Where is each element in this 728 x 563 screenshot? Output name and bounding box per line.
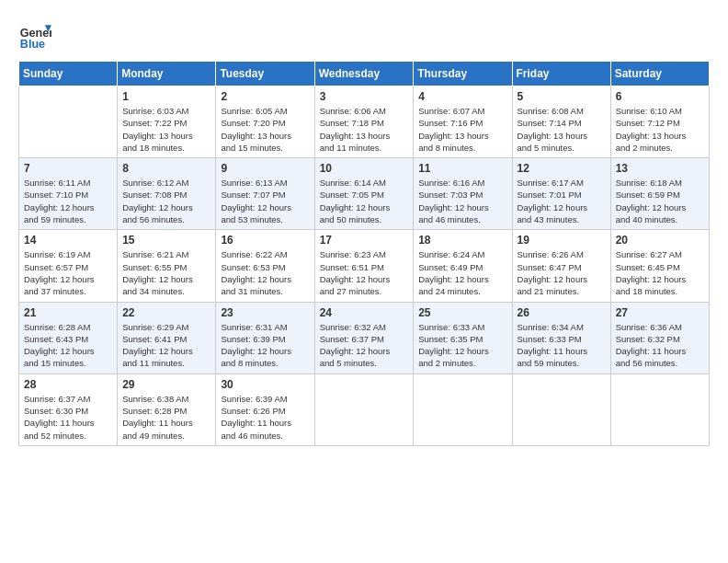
logo-icon: General Blue [18,18,51,52]
calendar-cell: 16Sunrise: 6:22 AMSunset: 6:53 PMDayligh… [216,230,314,302]
day-number: 9 [221,162,309,175]
calendar-cell: 23Sunrise: 6:31 AMSunset: 6:39 PMDayligh… [216,302,314,373]
calendar-cell: 3Sunrise: 6:06 AMSunset: 7:18 PMDaylight… [314,86,414,158]
day-number: 21 [24,306,112,319]
day-number: 15 [122,234,210,247]
day-number: 26 [518,306,606,319]
day-number: 23 [221,306,309,319]
calendar-cell: 29Sunrise: 6:38 AMSunset: 6:28 PMDayligh… [118,373,216,445]
day-info: Sunrise: 6:36 AMSunset: 6:32 PMDaylight:… [616,321,704,370]
day-number: 14 [24,234,112,247]
calendar-cell: 2Sunrise: 6:05 AMSunset: 7:20 PMDaylight… [216,86,314,158]
calendar-cell [314,373,414,445]
day-info: Sunrise: 6:12 AMSunset: 7:08 PMDaylight:… [122,177,210,225]
calendar-cell [414,373,512,445]
calendar-cell: 15Sunrise: 6:21 AMSunset: 6:55 PMDayligh… [118,230,216,302]
day-number: 11 [418,162,506,175]
day-number: 2 [221,90,309,103]
day-number: 22 [122,306,210,319]
calendar-cell [512,373,610,445]
day-info: Sunrise: 6:31 AMSunset: 6:39 PMDaylight:… [221,321,309,370]
calendar-cell: 14Sunrise: 6:19 AMSunset: 6:57 PMDayligh… [19,230,118,302]
weekday-header: Friday [512,62,610,86]
calendar-cell [19,86,118,158]
day-number: 18 [418,234,506,247]
day-info: Sunrise: 6:17 AMSunset: 7:01 PMDaylight:… [518,177,606,225]
calendar-cell: 25Sunrise: 6:33 AMSunset: 6:35 PMDayligh… [414,302,512,373]
day-number: 25 [418,306,506,319]
day-number: 13 [616,162,704,175]
day-info: Sunrise: 6:38 AMSunset: 6:28 PMDaylight:… [122,393,210,442]
day-number: 5 [518,90,606,103]
weekday-header: Saturday [610,62,709,86]
page-header: General Blue [18,18,710,52]
day-info: Sunrise: 6:14 AMSunset: 7:05 PMDaylight:… [320,177,409,225]
day-number: 20 [616,234,704,247]
day-info: Sunrise: 6:06 AMSunset: 7:18 PMDaylight:… [320,105,409,154]
day-number: 27 [616,306,704,319]
calendar-cell: 10Sunrise: 6:14 AMSunset: 7:05 PMDayligh… [314,158,414,230]
day-number: 16 [221,234,309,247]
day-number: 19 [518,234,606,247]
weekday-header: Thursday [414,62,512,86]
calendar-week-row: 21Sunrise: 6:28 AMSunset: 6:43 PMDayligh… [19,302,710,373]
day-number: 17 [320,234,409,247]
calendar-cell: 26Sunrise: 6:34 AMSunset: 6:33 PMDayligh… [512,302,610,373]
day-info: Sunrise: 6:16 AMSunset: 7:03 PMDaylight:… [418,177,506,225]
calendar-cell: 6Sunrise: 6:10 AMSunset: 7:12 PMDaylight… [610,86,709,158]
logo: General Blue [18,18,55,52]
weekday-header: Sunday [19,62,118,86]
calendar-cell: 19Sunrise: 6:26 AMSunset: 6:47 PMDayligh… [512,230,610,302]
day-number: 24 [320,306,409,319]
calendar-cell: 20Sunrise: 6:27 AMSunset: 6:45 PMDayligh… [610,230,709,302]
calendar-week-row: 1Sunrise: 6:03 AMSunset: 7:22 PMDaylight… [19,86,710,158]
calendar-cell: 9Sunrise: 6:13 AMSunset: 7:07 PMDaylight… [216,158,314,230]
weekday-header: Wednesday [314,62,414,86]
day-info: Sunrise: 6:21 AMSunset: 6:55 PMDaylight:… [122,248,210,297]
calendar-cell: 8Sunrise: 6:12 AMSunset: 7:08 PMDaylight… [118,158,216,230]
calendar-cell: 30Sunrise: 6:39 AMSunset: 6:26 PMDayligh… [216,373,314,445]
calendar-cell: 18Sunrise: 6:24 AMSunset: 6:49 PMDayligh… [414,230,512,302]
day-number: 28 [24,378,112,391]
calendar-cell: 27Sunrise: 6:36 AMSunset: 6:32 PMDayligh… [610,302,709,373]
day-number: 8 [122,162,210,175]
day-info: Sunrise: 6:11 AMSunset: 7:10 PMDaylight:… [24,177,112,225]
day-info: Sunrise: 6:05 AMSunset: 7:20 PMDaylight:… [221,105,309,154]
day-info: Sunrise: 6:23 AMSunset: 6:51 PMDaylight:… [320,248,409,297]
calendar-cell: 4Sunrise: 6:07 AMSunset: 7:16 PMDaylight… [414,86,512,158]
day-number: 4 [418,90,506,103]
calendar-cell [610,373,709,445]
day-info: Sunrise: 6:27 AMSunset: 6:45 PMDaylight:… [616,248,704,297]
day-info: Sunrise: 6:24 AMSunset: 6:49 PMDaylight:… [418,248,506,297]
day-info: Sunrise: 6:26 AMSunset: 6:47 PMDaylight:… [518,248,606,297]
calendar-cell: 1Sunrise: 6:03 AMSunset: 7:22 PMDaylight… [118,86,216,158]
calendar-table: SundayMondayTuesdayWednesdayThursdayFrid… [18,61,710,446]
weekday-header: Tuesday [216,62,314,86]
calendar-cell: 24Sunrise: 6:32 AMSunset: 6:37 PMDayligh… [314,302,414,373]
calendar-cell: 7Sunrise: 6:11 AMSunset: 7:10 PMDaylight… [19,158,118,230]
calendar-cell: 21Sunrise: 6:28 AMSunset: 6:43 PMDayligh… [19,302,118,373]
calendar-cell: 5Sunrise: 6:08 AMSunset: 7:14 PMDaylight… [512,86,610,158]
day-info: Sunrise: 6:10 AMSunset: 7:12 PMDaylight:… [616,105,704,154]
day-info: Sunrise: 6:07 AMSunset: 7:16 PMDaylight:… [418,105,506,154]
calendar-cell: 28Sunrise: 6:37 AMSunset: 6:30 PMDayligh… [19,373,118,445]
day-info: Sunrise: 6:22 AMSunset: 6:53 PMDaylight:… [221,248,309,297]
calendar-cell: 13Sunrise: 6:18 AMSunset: 6:59 PMDayligh… [610,158,709,230]
day-number: 12 [518,162,606,175]
calendar-cell: 22Sunrise: 6:29 AMSunset: 6:41 PMDayligh… [118,302,216,373]
calendar-cell: 17Sunrise: 6:23 AMSunset: 6:51 PMDayligh… [314,230,414,302]
day-info: Sunrise: 6:28 AMSunset: 6:43 PMDaylight:… [24,321,112,370]
day-info: Sunrise: 6:33 AMSunset: 6:35 PMDaylight:… [418,321,506,370]
day-info: Sunrise: 6:32 AMSunset: 6:37 PMDaylight:… [320,321,409,370]
day-info: Sunrise: 6:29 AMSunset: 6:41 PMDaylight:… [122,321,210,370]
calendar-week-row: 28Sunrise: 6:37 AMSunset: 6:30 PMDayligh… [19,373,710,445]
day-info: Sunrise: 6:03 AMSunset: 7:22 PMDaylight:… [122,105,210,154]
day-number: 1 [122,90,210,103]
day-info: Sunrise: 6:19 AMSunset: 6:57 PMDaylight:… [24,248,112,297]
day-number: 3 [320,90,409,103]
day-number: 6 [616,90,704,103]
day-number: 10 [320,162,409,175]
day-info: Sunrise: 6:37 AMSunset: 6:30 PMDaylight:… [24,393,112,442]
calendar-week-row: 14Sunrise: 6:19 AMSunset: 6:57 PMDayligh… [19,230,710,302]
calendar-header-row: SundayMondayTuesdayWednesdayThursdayFrid… [19,62,710,86]
